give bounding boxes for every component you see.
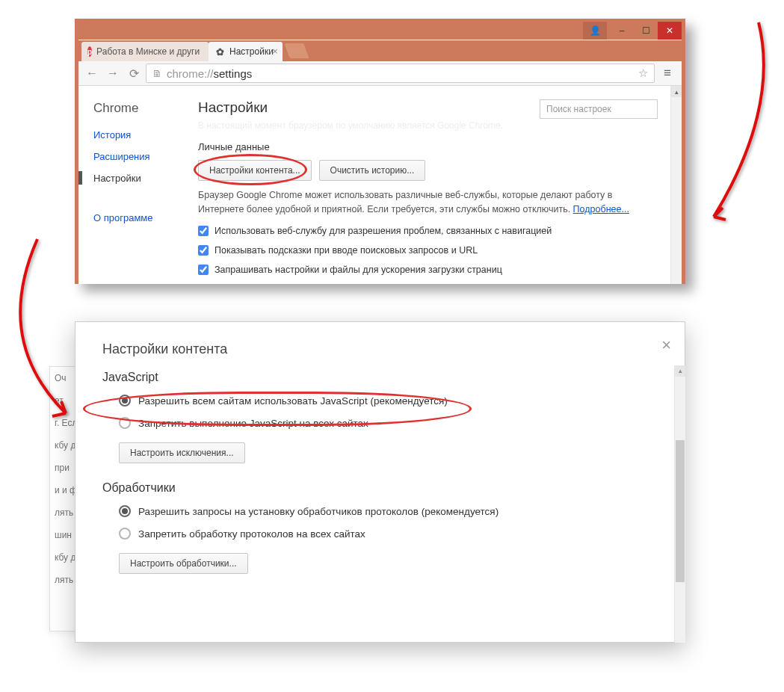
check-nav-errors[interactable]: Использовать веб-службу для разрешения п…	[198, 226, 658, 236]
dialog-body: JavaScript Разрешить всем сайтам использ…	[75, 371, 685, 592]
default-browser-note: В настоящий момент браузером по умолчани…	[198, 120, 658, 131]
js-exceptions-button[interactable]: Настроить исключения...	[119, 442, 245, 463]
handlers-configure-button[interactable]: Настроить обработчики...	[119, 553, 248, 574]
address-text: chrome://settings	[167, 67, 252, 80]
toolbar: ← → ⟳ 🗎 chrome://settings ☆ ≡	[78, 61, 682, 86]
arrow-annotation-top-right-icon	[688, 15, 777, 232]
hamburger-menu-icon[interactable]: ≡	[658, 64, 677, 83]
chrome-brand: Chrome	[93, 101, 191, 116]
praca-favicon-icon: p	[87, 46, 92, 57]
back-button[interactable]: ←	[83, 64, 101, 82]
privacy-heading: Личные данные	[198, 141, 658, 152]
settings-main: Настройки Поиск настроек В настоящий мом…	[191, 86, 682, 284]
omnibox[interactable]: 🗎 chrome://settings ☆	[146, 64, 655, 83]
privacy-description: Браузер Google Chrome может использовать…	[198, 188, 658, 217]
new-tab-button[interactable]	[284, 43, 309, 58]
titlebar: 👤 – ☐ ✕	[78, 22, 682, 40]
handlers-block-radio[interactable]: Запретить обработку протоколов на всех с…	[119, 528, 658, 540]
user-icon[interactable]: 👤	[583, 22, 607, 40]
js-block-radio[interactable]: Запретить выполнение JavaScript на всех …	[119, 417, 658, 429]
chrome-window: 👤 – ☐ ✕ p Работа в Минске и други ✿ Наст…	[75, 19, 685, 284]
radio-on-icon[interactable]	[119, 505, 131, 517]
maximize-button[interactable]: ☐	[634, 22, 658, 40]
minimize-button[interactable]: –	[610, 22, 634, 40]
tab-label: Работа в Минске и други	[96, 46, 200, 57]
radio-off-icon[interactable]	[119, 417, 131, 429]
tab-praca[interactable]: p Работа в Минске и други	[81, 42, 209, 61]
js-section-heading: JavaScript	[102, 371, 658, 384]
settings-body: ▴ Chrome История Расширения Настройки О …	[78, 86, 682, 284]
settings-search-input[interactable]: Поиск настроек	[540, 99, 658, 119]
sidebar-item-about[interactable]: О программе	[93, 212, 191, 223]
sidebar: Chrome История Расширения Настройки О пр…	[78, 86, 191, 284]
dialog-title: Настройки контента	[75, 322, 685, 371]
page-icon: 🗎	[152, 68, 162, 79]
clear-history-button[interactable]: Очистить историю...	[319, 160, 426, 181]
checkbox-icon[interactable]	[198, 245, 209, 256]
reload-button[interactable]: ⟳	[125, 64, 143, 82]
handlers-allow-radio[interactable]: Разрешить запросы на установку обработчи…	[119, 505, 658, 517]
gear-icon: ✿	[214, 46, 225, 57]
sidebar-item-settings[interactable]: Настройки	[93, 173, 191, 184]
dialog-close-icon[interactable]: ×	[661, 336, 671, 355]
tab-label: Настройки	[229, 46, 274, 57]
sidebar-item-extensions[interactable]: Расширения	[93, 151, 191, 162]
tab-settings[interactable]: ✿ Настройки ×	[209, 42, 283, 61]
radio-on-icon[interactable]	[119, 395, 131, 407]
handlers-section-heading: Обработчики	[102, 481, 658, 495]
check-prefetch[interactable]: Запрашивать настройки и файлы для ускоре…	[198, 265, 658, 275]
tab-bar: p Работа в Минске и други ✿ Настройки ×	[78, 40, 682, 61]
bookmark-star-icon[interactable]: ☆	[638, 67, 648, 80]
close-button[interactable]: ✕	[658, 22, 682, 40]
sidebar-item-history[interactable]: История	[93, 129, 191, 140]
forward-button[interactable]: →	[104, 64, 122, 82]
content-settings-button[interactable]: Настройки контента...	[198, 160, 312, 181]
checkbox-icon[interactable]	[198, 226, 209, 236]
learn-more-link[interactable]: Подробнее...	[573, 204, 629, 214]
content-settings-dialog: × Настройки контента JavaScript Разрешит…	[75, 321, 685, 643]
js-allow-radio[interactable]: Разрешить всем сайтам использовать JavaS…	[119, 395, 658, 407]
check-suggestions[interactable]: Показывать подсказки при вводе поисковых…	[198, 245, 658, 256]
tab-close-icon[interactable]: ×	[272, 46, 278, 57]
checkbox-icon[interactable]	[198, 265, 209, 275]
radio-off-icon[interactable]	[119, 528, 131, 540]
scroll-up-icon[interactable]: ▴	[671, 86, 682, 97]
